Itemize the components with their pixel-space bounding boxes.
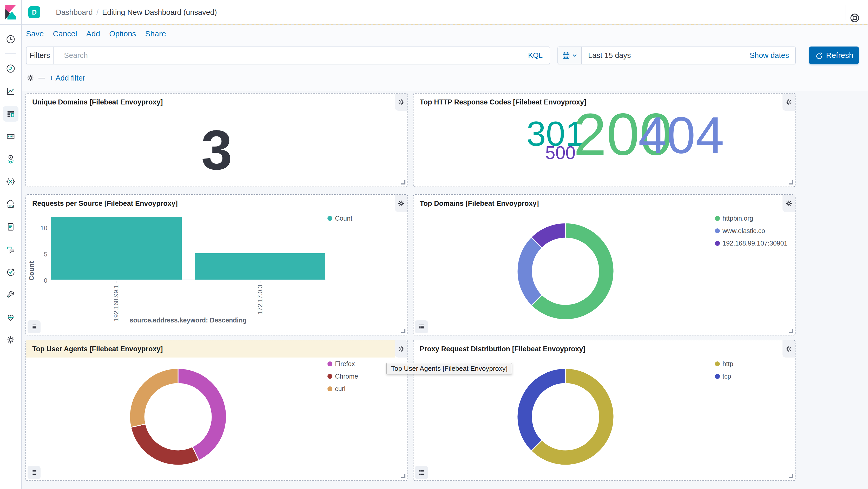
wrench-icon (6, 290, 16, 300)
y-axis-tick: 10 (31, 225, 47, 232)
kibana-logo[interactable] (0, 0, 22, 25)
resize-handle[interactable] (789, 329, 793, 333)
sidebar-item-recently-viewed[interactable] (0, 28, 22, 51)
pie-slice-Chrome[interactable] (131, 424, 199, 465)
pie-slice-www.elastic.co[interactable] (517, 237, 542, 305)
panel-options-button[interactable] (782, 195, 795, 212)
gear-icon (26, 73, 35, 83)
panel-top-domains[interactable]: Top Domains [Filebeat Envoyproxy] httpbi… (413, 194, 796, 335)
legend-toggle-button[interactable] (415, 320, 428, 333)
metric-value: 3 (201, 120, 232, 178)
panel-header[interactable]: Proxy Request Distribution [Filebeat Env… (413, 340, 782, 358)
panel-proxy-distribution[interactable]: Proxy Request Distribution [Filebeat Env… (413, 340, 796, 481)
resize-handle[interactable] (401, 180, 405, 185)
pie-slice-Firefox[interactable] (178, 368, 226, 460)
legend-toggle-button[interactable] (415, 466, 428, 479)
sidebar-item-apm[interactable] (0, 238, 22, 261)
legend-toggle-button[interactable] (28, 466, 40, 479)
sidebar-item-uptime[interactable] (0, 261, 22, 283)
filter-options-button[interactable] (26, 73, 35, 83)
x-axis-tickmark (116, 281, 117, 283)
panel-header-highlighted[interactable]: Top User Agents [Filebeat Envoyproxy] (26, 340, 395, 358)
sidebar-item-visualize[interactable] (0, 80, 22, 102)
legend-item-Firefox[interactable]: Firefox (328, 358, 358, 370)
panel-unique-domains[interactable]: Unique Domains [Filebeat Envoyproxy] 3 (26, 93, 408, 187)
tag-500[interactable]: 500 (545, 144, 576, 162)
panel-header[interactable]: Unique Domains [Filebeat Envoyproxy] (26, 94, 395, 111)
refresh-label: Refresh (826, 51, 853, 60)
tooltip: Top User Agents [Filebeat Envoyproxy] (386, 363, 512, 374)
bar-172-17-0-3[interactable] (195, 253, 326, 280)
menu-share-button[interactable]: Share (145, 29, 166, 38)
donut-chart (129, 367, 227, 466)
legend-dot (715, 228, 720, 233)
sidebar-item-dashboard[interactable] (0, 102, 22, 125)
legend-item-tcp[interactable]: tcp (715, 370, 733, 383)
space-avatar[interactable]: D (28, 6, 40, 18)
menu-cancel-button[interactable]: Cancel (53, 29, 77, 38)
menu-save-button[interactable]: Save (26, 29, 44, 38)
panel-header[interactable]: Requests per Source [Filebeat Envoyproxy… (26, 195, 395, 212)
menu-options-button[interactable]: Options (109, 29, 136, 38)
apm-icon (6, 244, 16, 254)
unsaved-indicator-line (60, 24, 868, 25)
sidebar-item-stack-monitoring[interactable] (0, 306, 22, 328)
panel-header[interactable]: Top Domains [Filebeat Envoyproxy] (413, 195, 782, 212)
metric-visualization: 3 (26, 111, 407, 187)
legend-item-httpbin.org[interactable]: httpbin.org (715, 212, 787, 225)
filters-button[interactable]: Filters (27, 47, 54, 64)
clock-icon (6, 34, 16, 44)
pie-slice-tcp[interactable] (517, 368, 565, 451)
sidebar-item-logs[interactable] (0, 216, 22, 238)
cloud-server-icon (6, 199, 16, 209)
legend-item-Count[interactable]: Count (328, 212, 352, 225)
dashboard-icon (6, 109, 16, 119)
panel-options-button[interactable] (395, 195, 407, 212)
sidebar-item-dev-tools[interactable] (0, 283, 22, 306)
show-dates-button[interactable]: Show dates (749, 51, 795, 60)
panel-requests-per-source[interactable]: Requests per Source [Filebeat Envoyproxy… (26, 194, 408, 335)
sidebar-item-maps[interactable] (0, 148, 22, 170)
resize-handle[interactable] (401, 474, 405, 478)
menu-add-button[interactable]: Add (86, 29, 100, 38)
legend-item-Chrome[interactable]: Chrome (328, 370, 358, 383)
panel-response-codes[interactable]: Top HTTP Response Codes [Filebeat Envoyp… (413, 93, 796, 187)
legend-item-192.168.99.107:30901[interactable]: 192.168.99.107:30901 (715, 237, 787, 250)
time-range-label[interactable]: Last 15 days (582, 51, 749, 60)
resize-handle[interactable] (789, 474, 793, 478)
x-axis-label: 172.17.0.3 (256, 285, 264, 314)
legend-dot (715, 241, 720, 246)
pie-slice-curl[interactable] (130, 368, 178, 427)
legend-label: curl (335, 385, 345, 393)
legend-dot (328, 374, 332, 379)
breadcrumb-dashboard[interactable]: Dashboard (56, 8, 93, 17)
refresh-button[interactable]: Refresh (809, 46, 859, 64)
panel-title: Unique Domains [Filebeat Envoyproxy] (26, 98, 163, 106)
panel-options-button[interactable] (395, 94, 407, 111)
resize-handle[interactable] (401, 329, 405, 333)
add-filter-button[interactable]: + Add filter (50, 74, 85, 83)
date-picker-button[interactable] (558, 47, 582, 64)
search-input[interactable] (54, 47, 521, 64)
legend-toggle-button[interactable] (28, 320, 40, 333)
tag-404[interactable]: 404 (638, 110, 724, 161)
panel-options-button[interactable] (782, 340, 795, 358)
chart-icon (6, 86, 16, 96)
sidebar-item-discover[interactable] (0, 57, 22, 80)
sidebar-item-management[interactable] (0, 328, 22, 351)
panel-top-user-agents[interactable]: Top User Agents [Filebeat Envoyproxy] Fi… (26, 340, 408, 481)
uptime-icon (6, 267, 16, 277)
bar-192-168-99-1[interactable] (51, 217, 182, 280)
legend-item-curl[interactable]: curl (328, 383, 358, 395)
calendar-icon (562, 51, 570, 60)
help-button[interactable] (848, 12, 861, 25)
legend-item-www.elastic.co[interactable]: www.elastic.co (715, 225, 787, 237)
resize-handle[interactable] (789, 180, 793, 185)
panel-options-button[interactable] (395, 340, 407, 358)
legend-item-http[interactable]: http (715, 358, 733, 370)
sidebar-item-canvas[interactable] (0, 125, 22, 148)
sidebar-item-machine-learning[interactable] (0, 170, 22, 193)
kql-language-button[interactable]: KQL (521, 47, 550, 64)
sidebar-item-metrics[interactable] (0, 193, 22, 216)
chart-legend: httptcp (715, 358, 733, 383)
